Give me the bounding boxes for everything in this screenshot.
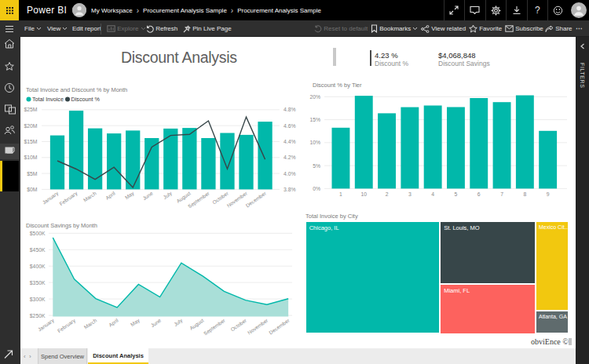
svg-text:May: May [130, 317, 141, 328]
svg-text:February: February [58, 190, 79, 207]
svg-text:November: November [247, 317, 269, 335]
svg-text:September: September [203, 317, 227, 337]
svg-text:January: January [37, 317, 56, 333]
svg-text:4.0%: 4.0% [284, 171, 296, 177]
svg-text:$15M: $15M [24, 139, 37, 144]
svg-text:Total Invoice: Total Invoice [32, 96, 64, 103]
svg-text:3: 3 [408, 191, 412, 197]
svg-text:$5M: $5M [27, 171, 38, 177]
svg-text:Discount %: Discount % [71, 96, 101, 103]
svg-text:March: March [82, 190, 97, 202]
svg-text:5: 5 [455, 191, 458, 197]
svg-text:October: October [229, 317, 248, 332]
svg-text:3.8%: 3.8% [284, 187, 296, 192]
svg-text:2: 2 [386, 191, 389, 197]
svg-text:April: April [104, 190, 117, 201]
svg-text:February: February [57, 317, 78, 334]
svg-text:$400K: $400K [30, 264, 46, 269]
svg-text:8: 8 [523, 191, 526, 197]
svg-text:$250K: $250K [30, 313, 46, 318]
svg-text:July: July [162, 190, 174, 201]
svg-text:May: May [124, 190, 136, 201]
svg-text:July: July [173, 317, 185, 328]
svg-text:1: 1 [339, 191, 342, 197]
svg-text:April: April [108, 317, 120, 328]
svg-text:$350K: $350K [30, 280, 46, 286]
svg-text:20%: 20% [309, 94, 320, 100]
svg-text:4.4%: 4.4% [284, 139, 296, 144]
svg-text:15%: 15% [309, 117, 320, 122]
svg-text:January: January [42, 190, 60, 206]
svg-text:10: 10 [360, 191, 367, 197]
svg-text:9: 9 [547, 191, 550, 197]
svg-text:$450K: $450K [30, 247, 46, 253]
svg-text:December: December [268, 317, 291, 335]
svg-text:0%: 0% [313, 186, 320, 191]
svg-text:August: August [188, 317, 205, 331]
svg-text:June: June [150, 317, 163, 328]
svg-text:$0M: $0M [27, 187, 38, 192]
svg-text:4: 4 [431, 191, 434, 197]
svg-text:June: June [141, 190, 154, 201]
svg-text:4.8%: 4.8% [284, 107, 296, 112]
svg-text:6: 6 [477, 191, 481, 197]
svg-text:$300K: $300K [30, 297, 46, 302]
svg-text:4.2%: 4.2% [284, 155, 296, 160]
svg-text:$10M: $10M [24, 155, 37, 160]
svg-text:September: September [187, 190, 211, 209]
svg-text:$25M: $25M [24, 107, 37, 112]
svg-text:March: March [83, 317, 98, 329]
svg-text:4.6%: 4.6% [284, 123, 296, 129]
svg-text:7: 7 [500, 191, 503, 197]
svg-text:December: December [245, 190, 268, 208]
svg-text:10%: 10% [309, 140, 320, 145]
svg-text:$20M: $20M [24, 123, 37, 129]
svg-text:$500K: $500K [30, 231, 46, 236]
svg-text:5%: 5% [313, 163, 320, 169]
